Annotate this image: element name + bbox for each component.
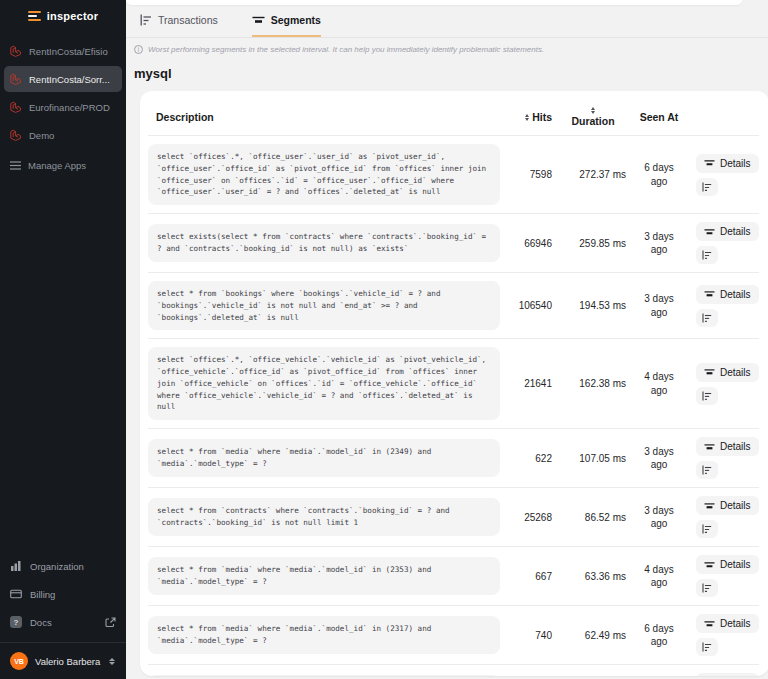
hits-value: 667: [508, 571, 552, 582]
transactions-link-button[interactable]: [696, 520, 718, 538]
sidebar-item-docs[interactable]: ? Docs: [10, 608, 116, 636]
tab-segments[interactable]: Segments: [252, 14, 321, 37]
transactions-icon: [702, 642, 712, 652]
duration-value: 63.36 ms: [560, 571, 626, 582]
duration-value: 194.53 ms: [560, 300, 626, 311]
sort-icon: [591, 107, 595, 114]
details-button[interactable]: Details: [696, 154, 759, 173]
hits-value: 66946: [508, 238, 552, 249]
transactions-icon: [702, 465, 712, 475]
details-button[interactable]: Details: [696, 363, 759, 382]
details-icon: [704, 158, 715, 168]
details-icon: [704, 367, 715, 377]
table-row: select * from `bookings` where `bookings…: [148, 272, 759, 338]
seen-at-value: 3 daysago: [634, 504, 684, 531]
duration-value: 162.38 ms: [560, 378, 626, 389]
query-description: select `offices`.*, `office_user`.`user_…: [148, 144, 500, 205]
sidebar-app-item[interactable]: Demo: [4, 122, 122, 148]
laravel-icon: [10, 73, 22, 85]
sidebar-app-label: RentInCosta/Efisio: [29, 46, 108, 57]
laravel-icon: [10, 45, 22, 57]
sidebar: inspector RentInCosta/Efisio RentInCosta…: [0, 0, 126, 679]
details-button[interactable]: Details: [696, 285, 759, 304]
hits-value: 25268: [508, 512, 552, 523]
transactions-link-button[interactable]: [696, 178, 718, 196]
hits-value: 7598: [508, 169, 552, 180]
table-row: select * from `media` where `media`.`mod…: [148, 428, 759, 487]
table-header-row: Description Hits Duration Seen At: [148, 97, 759, 135]
transactions-icon: [140, 14, 152, 26]
details-icon: [704, 442, 715, 452]
details-button[interactable]: Details: [696, 555, 759, 574]
sort-icon: [525, 114, 529, 121]
transactions-icon: [702, 250, 712, 260]
transactions-link-button[interactable]: [696, 309, 718, 327]
query-description: select * from `bookings` where `bookings…: [148, 281, 500, 330]
details-icon: [704, 560, 715, 570]
transactions-icon: [702, 313, 712, 323]
docs-label: Docs: [30, 617, 52, 628]
sidebar-item-organization[interactable]: Organization: [10, 552, 116, 580]
user-menu[interactable]: VB Valerio Barbera: [0, 642, 126, 679]
query-description: select `offices`.*, `office_vehicle`.`ve…: [148, 347, 500, 420]
sidebar-item-billing[interactable]: Billing: [10, 580, 116, 608]
details-button[interactable]: Details: [696, 673, 759, 676]
laravel-icon: [10, 101, 22, 113]
duration-value: 86.52 ms: [560, 512, 626, 523]
segments-table-card: Description Hits Duration Seen At select…: [140, 91, 768, 676]
details-icon: [704, 619, 715, 629]
details-button[interactable]: Details: [696, 496, 759, 515]
billing-label: Billing: [30, 589, 55, 600]
transactions-icon: [702, 583, 712, 593]
row-actions: Details: [692, 154, 759, 196]
row-actions: Details: [692, 437, 759, 479]
details-button[interactable]: Details: [696, 222, 759, 241]
seen-at-value: 3 daysago: [634, 230, 684, 257]
transactions-link-button[interactable]: [696, 638, 718, 656]
table-row: select * from `contracts` where `contrac…: [148, 487, 759, 546]
info-icon: i: [134, 45, 143, 54]
transactions-link-button[interactable]: [696, 387, 718, 405]
table-body: select `offices`.*, `office_user`.`user_…: [148, 135, 759, 676]
query-description: select * from `media` where `media`.`mod…: [148, 439, 500, 477]
sidebar-spacer: [0, 179, 126, 550]
table-row: select * from `media` where `media`.`mod…: [148, 605, 759, 664]
details-icon: [704, 227, 715, 237]
organization-icon: [10, 560, 22, 572]
page-title: mysql: [126, 54, 768, 81]
transactions-link-button[interactable]: [696, 246, 718, 264]
tab-transactions-label: Transactions: [158, 14, 218, 26]
external-link-icon: [105, 617, 116, 628]
transactions-link-button[interactable]: [696, 461, 718, 479]
query-description: select * from `media` where `media`.`mod…: [148, 675, 500, 676]
sidebar-app-label: Eurofinance/PROD: [29, 102, 110, 113]
inspector-logo[interactable]: inspector: [0, 0, 126, 34]
sidebar-app-list: RentInCosta/Efisio RentInCosta/Sorr... E…: [0, 34, 126, 152]
sidebar-item-manage-apps[interactable]: Manage Apps: [0, 152, 126, 179]
seen-at-value: 3 daysago: [634, 445, 684, 472]
hits-value: 622: [508, 453, 552, 464]
transactions-link-button[interactable]: [696, 579, 718, 597]
scrolled-header-strip: [126, 0, 742, 5]
info-text: Worst performing segments in the selecte…: [148, 45, 544, 54]
sidebar-app-item[interactable]: RentInCosta/Sorr...: [4, 66, 122, 92]
row-actions: Details: [692, 496, 759, 538]
duration-value: 272.37 ms: [560, 169, 626, 180]
seen-at-value: 4 daysago: [634, 370, 684, 397]
column-header-duration[interactable]: Duration: [560, 107, 626, 127]
segments-icon: [252, 14, 265, 26]
details-icon: [704, 501, 715, 511]
duration-value: 107.05 ms: [560, 453, 626, 464]
hits-value: 740: [508, 630, 552, 641]
sidebar-app-item[interactable]: Eurofinance/PROD: [4, 94, 122, 120]
seen-at-value: 4 daysago: [634, 563, 684, 590]
details-button[interactable]: Details: [696, 614, 759, 633]
column-header-hits[interactable]: Hits: [508, 111, 552, 123]
tab-transactions[interactable]: Transactions: [140, 14, 218, 37]
sidebar-app-label: Demo: [29, 130, 54, 141]
manage-apps-label: Manage Apps: [28, 160, 86, 171]
tab-segments-label: Segments: [271, 14, 321, 26]
duration-value: 62.49 ms: [560, 630, 626, 641]
sidebar-app-item[interactable]: RentInCosta/Efisio: [4, 38, 122, 64]
details-button[interactable]: Details: [696, 437, 759, 456]
